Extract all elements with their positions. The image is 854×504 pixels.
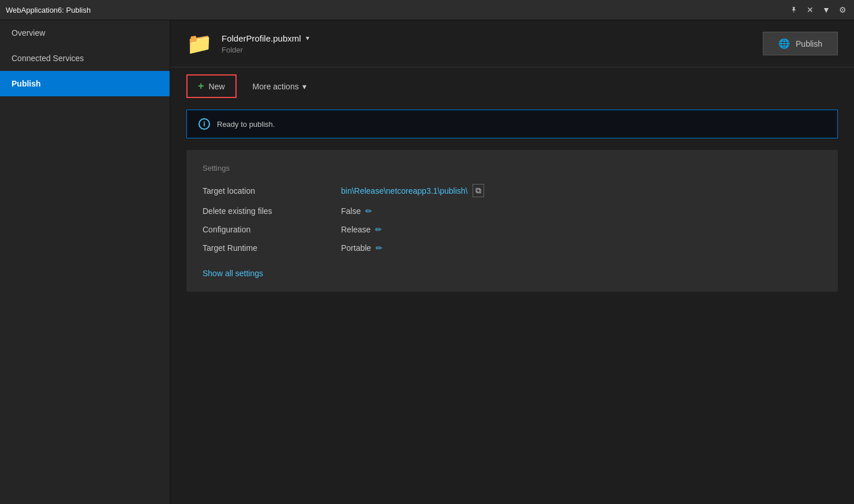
sidebar-item-publish[interactable]: Publish [0, 71, 170, 96]
settings-row-configuration: Configuration Release ✏ [203, 225, 822, 234]
publish-icon: 🌐 [778, 38, 790, 49]
status-bar: i Ready to publish. [186, 110, 838, 138]
status-message: Ready to publish. [217, 120, 275, 129]
show-all-settings-link[interactable]: Show all settings [203, 269, 263, 278]
toolbar: + New More actions ▾ [170, 67, 854, 105]
delete-existing-edit-icon[interactable]: ✏ [365, 206, 372, 216]
target-location-value: bin\Release\netcoreapp3.1\publish\ [341, 186, 468, 195]
folder-icon: 📁 [186, 33, 212, 54]
settings-panel: Settings Target location bin\Release\net… [186, 150, 838, 292]
plus-icon: + [198, 80, 204, 92]
sidebar-item-overview[interactable]: Overview [0, 20, 170, 46]
dropdown-button[interactable]: ▼ [821, 4, 832, 16]
publish-button[interactable]: 🌐 Publish [763, 32, 838, 55]
profile-type: Folder [222, 46, 309, 54]
settings-row-target-runtime: Target Runtime Portable ✏ [203, 243, 822, 253]
copy-icon[interactable]: ⧉ [473, 184, 484, 197]
content-header: 📁 FolderProfile.pubxml ▾ Folder 🌐 Publis… [170, 20, 854, 67]
settings-section-title: Settings [203, 164, 822, 172]
more-actions-button[interactable]: More actions ▾ [246, 77, 313, 96]
title-bar-text: WebApplication6: Publish [6, 6, 788, 14]
settings-button[interactable]: ⚙ [837, 4, 848, 16]
profile-info: 📁 FolderProfile.pubxml ▾ Folder [186, 33, 309, 54]
configuration-edit-icon[interactable]: ✏ [375, 225, 382, 234]
main-layout: Overview Connected Services Publish 📁 Fo… [0, 20, 854, 504]
new-button[interactable]: + New [186, 74, 237, 98]
settings-row-delete-existing: Delete existing files False ✏ [203, 206, 822, 216]
settings-row-target-location: Target location bin\Release\netcoreapp3.… [203, 184, 822, 197]
sidebar: Overview Connected Services Publish [0, 20, 170, 504]
target-runtime-edit-icon[interactable]: ✏ [376, 243, 383, 253]
target-runtime-label: Target Runtime [203, 243, 341, 253]
sidebar-item-connected-services[interactable]: Connected Services [0, 46, 170, 71]
pin-button[interactable]: 🖈 [788, 4, 800, 16]
profile-name: FolderProfile.pubxml [222, 33, 301, 43]
configuration-label: Configuration [203, 225, 341, 234]
title-bar: WebApplication6: Publish 🖈 ✕ ▼ ⚙ [0, 0, 854, 20]
target-runtime-value: Portable [341, 243, 371, 253]
profile-name-row: FolderProfile.pubxml ▾ [222, 33, 309, 43]
configuration-value: Release [341, 225, 370, 234]
more-actions-chevron-icon: ▾ [302, 82, 306, 91]
delete-existing-label: Delete existing files [203, 206, 341, 216]
delete-existing-value: False [341, 206, 361, 216]
profile-dropdown-arrow[interactable]: ▾ [306, 34, 309, 42]
target-location-label: Target location [203, 186, 341, 195]
close-button[interactable]: ✕ [804, 4, 816, 16]
info-icon: i [198, 118, 210, 130]
content-area: 📁 FolderProfile.pubxml ▾ Folder 🌐 Publis… [170, 20, 854, 504]
